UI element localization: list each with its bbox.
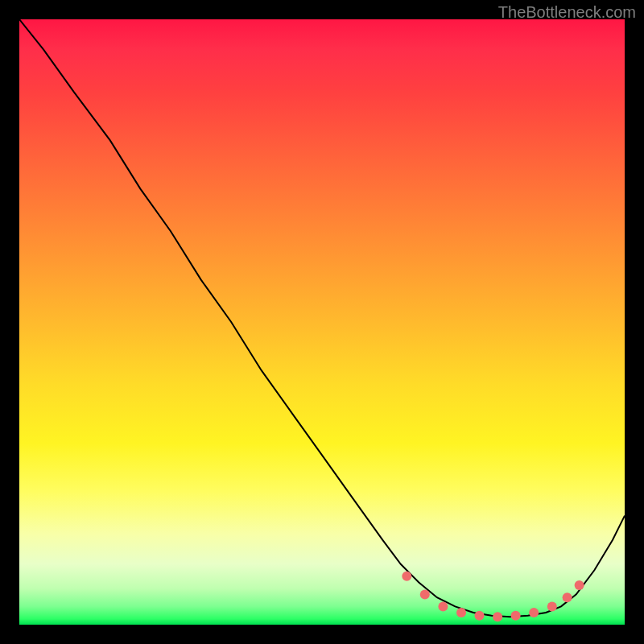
chart-dot [529,608,539,617]
chart-dot [475,611,485,621]
chart-dot [575,580,584,590]
chart-dot [493,612,502,621]
chart-dot [438,601,448,611]
chart-dot [402,572,411,581]
chart-curve [19,19,625,617]
chart-dot [456,608,466,617]
chart-dot [420,589,430,599]
watermark-text: TheBottleneck.com [498,3,636,22]
chart-dot [547,601,557,611]
chart-dots [402,572,584,621]
chart-svg [19,19,625,625]
chart-dot [563,592,572,602]
chart-dot [511,611,521,621]
plot-area [19,19,625,625]
chart-stage: TheBottleneck.com [0,0,644,644]
